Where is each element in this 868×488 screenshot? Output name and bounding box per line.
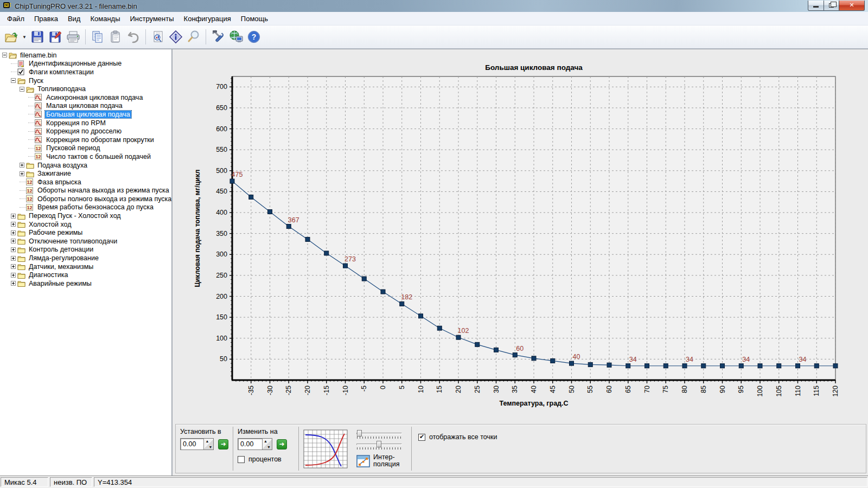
tree-item[interactable]: Коррекция по RPM bbox=[0, 119, 171, 127]
change-by-input[interactable]: 0.00 ▲▼ bbox=[238, 438, 272, 450]
restore-button[interactable] bbox=[824, 1, 839, 11]
set-to-spinner[interactable]: ▲▼ bbox=[203, 439, 213, 450]
tree-item[interactable]: Коррекция по оборотам прокрутки bbox=[0, 136, 171, 144]
tree-item-label[interactable]: Малая цикловая подача bbox=[45, 102, 124, 110]
expand-icon[interactable] bbox=[11, 239, 16, 243]
tree-item[interactable]: Флаги комплектации bbox=[0, 68, 171, 76]
tree-item[interactable]: 12Обороты полного выхода из режима пуска bbox=[0, 195, 171, 203]
tree-item[interactable]: 12Пусковой период bbox=[0, 144, 171, 153]
tree-item-label[interactable]: filename.bin bbox=[19, 52, 58, 59]
menu-edit[interactable]: Правка bbox=[29, 13, 63, 24]
tree-item[interactable]: Пуск bbox=[0, 76, 171, 85]
tree-item-label[interactable]: Идентификационные данные bbox=[28, 60, 123, 67]
tree-item-label[interactable]: Коррекция по дросселю bbox=[45, 127, 123, 135]
open-dropdown-icon[interactable]: ▼ bbox=[21, 29, 28, 45]
tree-item[interactable]: Переход Пуск - Холостой ход bbox=[0, 211, 171, 220]
tree-item[interactable]: Малая цикловая подача bbox=[0, 102, 171, 111]
save-icon[interactable] bbox=[29, 29, 46, 45]
set-to-input[interactable]: 0.00 ▲▼ bbox=[180, 438, 214, 450]
tree-item-label[interactable]: Коррекция по оборотам прокрутки bbox=[45, 136, 155, 144]
tree-item-label[interactable]: Фаза впрыска bbox=[36, 178, 82, 186]
change-by-spinner[interactable]: ▲▼ bbox=[262, 439, 272, 450]
minimize-button[interactable] bbox=[808, 1, 824, 11]
percent-checkbox[interactable] bbox=[238, 456, 245, 463]
tree-item[interactable]: Коррекция по дросселю bbox=[0, 127, 171, 136]
tree-item[interactable]: Отключение топливоподачи bbox=[0, 237, 171, 246]
tree-item-label[interactable]: Обороты полного выхода из режима пуска bbox=[36, 195, 173, 203]
undo-icon[interactable] bbox=[125, 29, 142, 45]
expand-icon[interactable] bbox=[11, 230, 16, 235]
tree-item[interactable]: Диагностика bbox=[0, 271, 171, 279]
tree-item[interactable]: filename.bin bbox=[0, 51, 171, 60]
copy-icon[interactable] bbox=[90, 29, 106, 45]
report-preview-icon[interactable] bbox=[150, 29, 166, 45]
tree-item[interactable]: Контроль детонации bbox=[0, 246, 171, 254]
tree-item-label[interactable]: Пусковой период bbox=[45, 144, 101, 152]
tree-item-label[interactable]: Переход Пуск - Холостой ход bbox=[28, 212, 122, 220]
menu-tools[interactable]: Инструменты bbox=[125, 13, 179, 24]
tree-item-label[interactable]: Подача воздуха bbox=[36, 162, 88, 169]
change-by-apply-button[interactable]: ➜ bbox=[277, 439, 287, 450]
print-icon[interactable] bbox=[65, 29, 81, 45]
tree-item-label[interactable]: Обороты начала выхода из режима пуска bbox=[36, 187, 170, 194]
tree-item[interactable]: 12Число тактов с большей подачей bbox=[0, 152, 171, 161]
menu-commands[interactable]: Команды bbox=[85, 13, 125, 24]
expand-icon[interactable] bbox=[11, 273, 16, 278]
tree-item[interactable]: Аварийные режимы bbox=[0, 279, 171, 288]
tree-item[interactable]: Асинхронная цикловая подача bbox=[0, 93, 171, 102]
tree-item[interactable]: Лямда-регулирование bbox=[0, 254, 171, 262]
paste-icon[interactable] bbox=[107, 29, 124, 45]
close-button[interactable]: ✕ bbox=[839, 1, 865, 11]
smoothing-slider-2[interactable] bbox=[356, 441, 402, 450]
collapse-icon[interactable] bbox=[20, 87, 24, 92]
tree-item[interactable]: Холостой ход bbox=[0, 220, 171, 229]
open-file-icon[interactable] bbox=[3, 29, 20, 45]
expand-icon[interactable] bbox=[11, 222, 16, 227]
parameter-tree[interactable]: filename.binИдентификационные данныеФлаг… bbox=[0, 49, 173, 476]
tree-item-label[interactable]: Диагностика bbox=[28, 271, 69, 279]
tree-item[interactable]: 12Обороты начала выхода из режима пуска bbox=[0, 187, 171, 195]
tree-item-label[interactable]: Лямда-регулирование bbox=[28, 254, 100, 262]
help-icon[interactable]: ? bbox=[246, 29, 262, 45]
tree-item[interactable]: Рабочие режимы bbox=[0, 228, 171, 237]
smoothing-slider-1[interactable] bbox=[356, 430, 402, 439]
tree-item-label[interactable]: Асинхронная цикловая подача bbox=[45, 94, 144, 101]
interpolation-icon[interactable] bbox=[356, 455, 370, 467]
tree-item-label[interactable]: Датчики, механизмы bbox=[28, 263, 94, 271]
collapse-icon[interactable] bbox=[11, 78, 16, 83]
menu-help[interactable]: Помощь bbox=[236, 13, 273, 24]
interpolation-button[interactable]: Интер-поляция bbox=[373, 454, 407, 468]
collapse-icon[interactable] bbox=[2, 53, 7, 57]
show-all-points-checkbox[interactable] bbox=[418, 434, 425, 441]
set-to-apply-button[interactable]: ➜ bbox=[218, 439, 228, 450]
tree-item[interactable]: Топливоподача bbox=[0, 85, 171, 93]
menu-file[interactable]: Файл bbox=[2, 13, 29, 24]
tree-item-label[interactable]: Коррекция по RPM bbox=[45, 119, 107, 127]
tree-item-label[interactable]: Число тактов с большей подачей bbox=[45, 153, 152, 160]
expand-icon[interactable] bbox=[11, 214, 16, 219]
tree-item-label[interactable]: Отключение топливоподачи bbox=[28, 237, 118, 245]
tree-item-label[interactable]: Контроль детонации bbox=[28, 246, 94, 253]
tree-item-label[interactable]: Аварийные режимы bbox=[28, 280, 93, 287]
tree-item-label[interactable]: Рабочие режимы bbox=[28, 229, 84, 236]
expand-icon[interactable] bbox=[11, 281, 16, 286]
expand-icon[interactable] bbox=[20, 163, 24, 168]
tree-item-label[interactable]: Холостой ход bbox=[28, 221, 73, 228]
tree-item-label[interactable]: Флаги комплектации bbox=[28, 68, 95, 76]
expand-icon[interactable] bbox=[11, 256, 16, 261]
tree-item-label[interactable]: Зажигание bbox=[36, 170, 72, 177]
search-icon[interactable] bbox=[186, 29, 202, 45]
internet-icon[interactable] bbox=[228, 29, 244, 45]
tree-item-label[interactable]: Время работы бензонасоса до пуска bbox=[36, 203, 155, 211]
info-icon[interactable] bbox=[168, 29, 184, 45]
tools-icon[interactable] bbox=[210, 29, 226, 45]
tree-item[interactable]: Идентификационные данные bbox=[0, 60, 171, 68]
tree-item-label[interactable]: Большая цикловая подача bbox=[45, 111, 131, 118]
tree-item[interactable]: Большая цикловая подача bbox=[0, 110, 171, 119]
tree-item[interactable]: Зажигание bbox=[0, 169, 171, 178]
expand-icon[interactable] bbox=[11, 264, 16, 269]
menu-configuration[interactable]: Конфигурация bbox=[179, 13, 236, 24]
tree-item[interactable]: 12Фаза впрыска bbox=[0, 178, 171, 187]
expand-icon[interactable] bbox=[20, 171, 24, 176]
menu-view[interactable]: Вид bbox=[63, 13, 86, 24]
